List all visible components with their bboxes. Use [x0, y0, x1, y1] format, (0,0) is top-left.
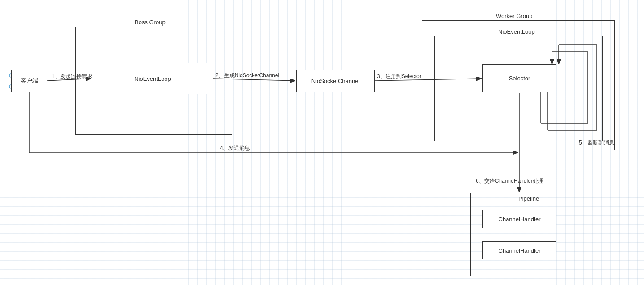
step6-label: 6、交给ChanneHandler处理 [476, 177, 543, 185]
channel-handler-2-label: ChannelHandler [499, 247, 541, 254]
step5-label: 5、监听到消息 [579, 139, 614, 147]
client-label: 客户端 [21, 77, 38, 85]
step1-label: 1、发起连接请求 [52, 73, 92, 80]
nio-socket-channel-label: NioSocketChannel [311, 78, 360, 84]
nio-socket-channel-box: NioSocketChannel [296, 70, 375, 92]
worker-group-label: Worker Group [496, 13, 532, 19]
step2-label: 2、生成NioSocketChannel [215, 72, 279, 79]
channel-handler-1-box: ChannelHandler [482, 210, 556, 228]
pipeline-group-box [470, 193, 591, 276]
boss-group-label: Boss Group [135, 19, 166, 26]
step3-label: 3、注册到Selector [377, 73, 421, 80]
selector-label: Selector [509, 75, 530, 82]
pipeline-label: Pipeline [518, 195, 539, 202]
channel-handler-1-label: ChannelHandler [499, 216, 541, 223]
channel-handler-2-box: ChannelHandler [482, 241, 556, 259]
nio-event-loop-inner-label: NioEventLoop [498, 28, 535, 35]
nio-event-loop-boss-box: NioEventLoop [92, 63, 213, 94]
selector-box: Selector [482, 64, 556, 92]
diagram-canvas: Boss Group Worker Group NioEventLoop 客户端… [0, 0, 644, 285]
nio-event-loop-boss-label: NioEventLoop [134, 75, 171, 82]
client-box: 客户端 [11, 70, 47, 92]
step4-label: 4、发送消息 [220, 145, 250, 152]
